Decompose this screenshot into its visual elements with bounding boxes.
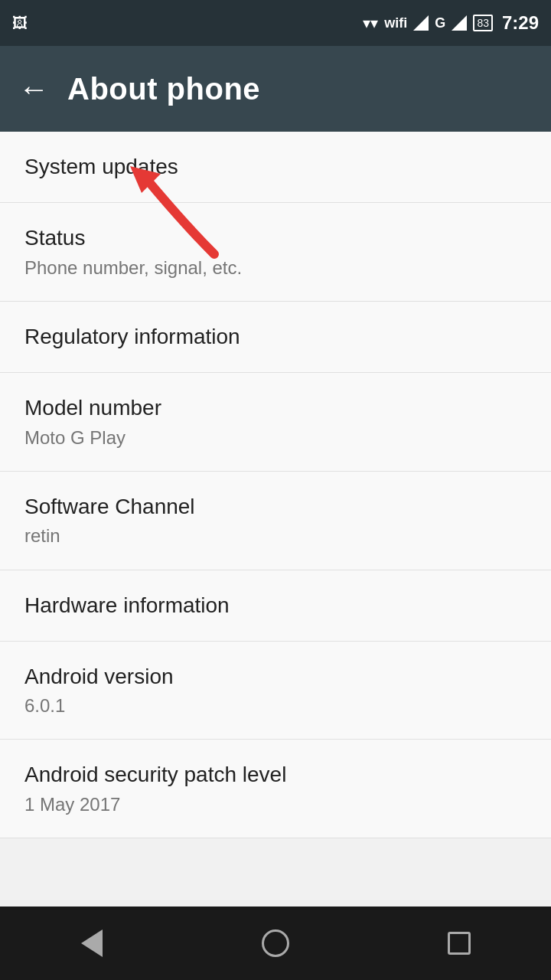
back-arrow-icon: ← xyxy=(18,72,49,106)
status-left-icons: 🖼 xyxy=(12,15,28,32)
g-label: G xyxy=(435,15,445,31)
security-patch-subtitle: 1 May 2017 xyxy=(24,792,527,816)
model-number-title: Model number xyxy=(24,394,527,422)
signal-icon xyxy=(413,15,429,31)
nav-home-button[interactable] xyxy=(245,913,306,974)
battery-icon: 83 xyxy=(473,15,493,31)
android-version-title: Android version xyxy=(24,663,527,691)
status-bar: 🖼 ▾▾ wifi G 83 7:29 xyxy=(0,0,551,46)
status-right-icons: ▾▾ wifi G 83 7:29 xyxy=(363,12,539,34)
wifi-icon: ▾▾ xyxy=(363,14,378,32)
nav-back-button[interactable] xyxy=(61,913,122,974)
software-channel-title: Software Channel xyxy=(24,493,527,521)
status-subtitle: Phone number, signal, etc. xyxy=(24,256,527,279)
system-updates-title: System updates xyxy=(24,153,527,181)
regulatory-title: Regulatory information xyxy=(24,323,527,351)
recents-nav-icon xyxy=(448,932,471,955)
software-channel-subtitle: retin xyxy=(24,524,527,547)
back-button[interactable]: ← xyxy=(18,72,49,106)
settings-item-status[interactable]: Status Phone number, signal, etc. xyxy=(0,203,551,302)
image-icon: 🖼 xyxy=(12,15,28,32)
security-patch-title: Android security patch level xyxy=(24,761,527,789)
settings-item-security-patch[interactable]: Android security patch level 1 May 2017 xyxy=(0,740,551,838)
settings-list: System updates Status Phone number, sign… xyxy=(0,132,551,838)
signal2-icon xyxy=(452,15,467,31)
page-title: About phone xyxy=(67,72,260,106)
hardware-info-title: Hardware information xyxy=(24,592,527,619)
settings-item-android-version[interactable]: Android version 6.0.1 xyxy=(0,642,551,740)
settings-item-software-channel[interactable]: Software Channel retin xyxy=(0,472,551,570)
back-nav-icon xyxy=(81,929,103,957)
nav-recents-button[interactable] xyxy=(429,913,490,974)
app-bar: ← About phone xyxy=(0,46,551,132)
network-4g-label: wifi xyxy=(384,15,407,31)
status-title: Status xyxy=(24,224,527,252)
svg-marker-1 xyxy=(452,15,467,31)
svg-marker-0 xyxy=(413,15,429,31)
settings-item-hardware-info[interactable]: Hardware information xyxy=(0,570,551,642)
model-number-subtitle: Moto G Play xyxy=(24,426,527,449)
android-version-subtitle: 6.0.1 xyxy=(24,694,527,717)
nav-bar xyxy=(0,906,551,980)
settings-item-regulatory[interactable]: Regulatory information xyxy=(0,302,551,373)
status-time: 7:29 xyxy=(502,12,539,34)
home-nav-icon xyxy=(262,929,289,957)
settings-item-system-updates[interactable]: System updates xyxy=(0,132,551,203)
settings-item-model-number[interactable]: Model number Moto G Play xyxy=(0,373,551,472)
